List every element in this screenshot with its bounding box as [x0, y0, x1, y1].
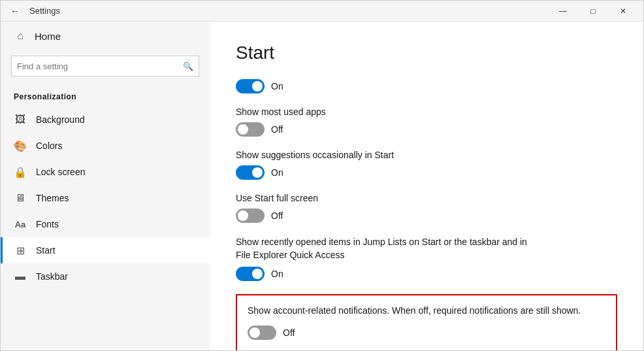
maximize-button[interactable]: □: [578, 1, 608, 22]
window-title: Settings: [29, 6, 60, 16]
sidebar-item-themes[interactable]: 🖥 Themes: [1, 185, 210, 211]
full-screen-label: Use Start full screen: [236, 193, 617, 203]
sidebar-home-label: Home: [35, 31, 61, 42]
notification-box: Show account-related notifications. When…: [236, 294, 617, 350]
section-title: Personalization: [1, 82, 210, 107]
sidebar: ⌂ Home 🔍 Personalization 🖼 Background 🎨 …: [1, 22, 210, 350]
toggle-recent-items[interactable]: [236, 267, 265, 281]
back-icon: ←: [10, 6, 20, 16]
themes-icon: 🖥: [14, 192, 27, 205]
titlebar: ← Settings — □ ✕: [1, 1, 643, 22]
sidebar-item-home[interactable]: ⌂ Home: [1, 22, 210, 50]
suggestions-label: Show suggestions occasionally in Start: [236, 150, 617, 160]
recent-items-label: Show recently opened items in Jump Lists…: [236, 236, 617, 261]
sidebar-item-colors[interactable]: 🎨 Colors: [1, 133, 210, 159]
page-title: Start: [236, 42, 617, 63]
sidebar-label-background: Background: [36, 114, 85, 125]
start-icon: ⊞: [14, 244, 27, 257]
content-area: ⌂ Home 🔍 Personalization 🖼 Background 🎨 …: [1, 22, 643, 350]
toggle-row-most-used: Off: [236, 122, 617, 137]
sidebar-label-taskbar: Taskbar: [36, 271, 68, 282]
toggle-row-full-screen: Off: [236, 209, 617, 223]
toggle-full-screen-state: Off: [271, 210, 283, 221]
toggle-most-used[interactable]: [236, 122, 265, 137]
minimize-icon: —: [559, 7, 567, 16]
setting-suggestions: Show suggestions occasionally in Start O…: [236, 150, 617, 180]
background-icon: 🖼: [14, 113, 27, 126]
toggle-tiles-label: On: [271, 81, 283, 92]
setting-recent-items: Show recently opened items in Jump Lists…: [236, 236, 617, 281]
window-controls: — □ ✕: [548, 1, 638, 22]
settings-window: ← Settings — □ ✕ ⌂ Home 🔍 Pers: [0, 0, 644, 351]
taskbar-icon: ▬: [14, 270, 27, 283]
search-input[interactable]: [17, 61, 183, 71]
sidebar-label-colors: Colors: [36, 141, 62, 151]
toggle-suggestions[interactable]: [236, 165, 265, 180]
setting-row-tiles: On: [236, 79, 617, 93]
maximize-icon: □: [590, 7, 595, 16]
sidebar-label-themes: Themes: [36, 193, 69, 203]
sidebar-item-taskbar[interactable]: ▬ Taskbar: [1, 263, 210, 290]
toggle-row-recent: On: [236, 267, 617, 281]
fonts-icon: Aa: [14, 218, 27, 231]
most-used-label: Show most used apps: [236, 107, 617, 117]
minimize-button[interactable]: —: [548, 1, 578, 22]
toggle-row-suggestions: On: [236, 165, 617, 180]
toggle-recent-state: On: [271, 269, 283, 279]
sidebar-item-background[interactable]: 🖼 Background: [1, 107, 210, 133]
toggle-show-tiles[interactable]: [236, 79, 265, 93]
close-icon: ✕: [620, 7, 626, 16]
sidebar-label-lock-screen: Lock screen: [36, 167, 85, 177]
toggle-most-used-state: Off: [271, 124, 283, 135]
close-button[interactable]: ✕: [608, 1, 638, 22]
sidebar-item-fonts[interactable]: Aa Fonts: [1, 211, 210, 237]
toggle-full-screen[interactable]: [236, 209, 265, 223]
search-box[interactable]: 🔍: [11, 56, 199, 76]
sidebar-item-start[interactable]: ⊞ Start: [1, 237, 210, 263]
toggle-suggestions-state: On: [271, 167, 283, 178]
home-icon: ⌂: [14, 29, 27, 42]
sidebar-item-lock-screen[interactable]: 🔒 Lock screen: [1, 159, 210, 185]
colors-icon: 🎨: [14, 139, 27, 152]
toggle-notifications[interactable]: [248, 326, 276, 340]
notification-text: Show account-related notifications. When…: [248, 305, 605, 318]
sidebar-label-fonts: Fonts: [36, 219, 59, 229]
sidebar-label-start: Start: [36, 245, 56, 256]
search-icon: 🔍: [183, 61, 193, 71]
main-content: Start On Show most used apps Off Show su…: [210, 22, 643, 350]
toggle-row-notification: Off: [248, 326, 605, 340]
toggle-notification-state: Off: [283, 327, 295, 338]
lock-screen-icon: 🔒: [14, 165, 27, 178]
setting-full-screen: Use Start full screen Off: [236, 193, 617, 223]
back-button[interactable]: ←: [6, 2, 24, 20]
setting-most-used: Show most used apps Off: [236, 107, 617, 137]
